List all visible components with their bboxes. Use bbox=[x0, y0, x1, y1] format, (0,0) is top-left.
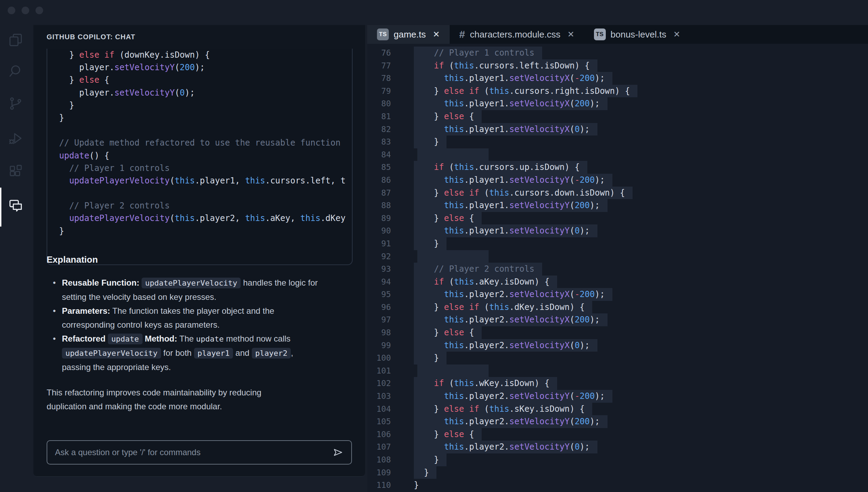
extensions-icon[interactable] bbox=[8, 164, 24, 180]
inserted-line-highlight: if (this.cursors.up.isDown) { bbox=[414, 161, 587, 174]
chat-icon[interactable] bbox=[8, 198, 24, 214]
run-debug-icon[interactable] bbox=[8, 130, 24, 146]
line-number: 109 bbox=[367, 466, 391, 479]
source-control-icon[interactable] bbox=[8, 96, 24, 112]
files-icon[interactable] bbox=[8, 32, 24, 48]
code-token: .cursors.left, t bbox=[265, 176, 345, 186]
code-token: // Player 2 controls bbox=[414, 264, 535, 274]
code-token: this bbox=[444, 175, 464, 185]
code-token: ( bbox=[175, 63, 179, 72]
code-token: this bbox=[489, 188, 509, 198]
tab-bonus-level.ts[interactable]: TSbonus-level.ts✕ bbox=[584, 25, 690, 44]
code-token: .player1. bbox=[464, 99, 509, 108]
tab-label: game.ts bbox=[394, 29, 426, 40]
chat-note: This refactoring improves code maintaina… bbox=[47, 386, 290, 413]
code-token bbox=[414, 277, 434, 287]
line-content: } else { bbox=[414, 212, 482, 225]
code-token: 0 bbox=[574, 124, 579, 134]
tab-close-icon[interactable]: ✕ bbox=[673, 30, 680, 39]
activity-bar bbox=[0, 0, 31, 492]
line-content: } bbox=[414, 237, 447, 250]
code-token: } bbox=[414, 404, 444, 414]
code-line: 92 bbox=[367, 250, 868, 263]
editor-code[interactable]: 76 // Player 1 controls77 if (this.curso… bbox=[367, 44, 868, 492]
code-token: ( bbox=[479, 302, 489, 312]
tab-close-icon[interactable]: ✕ bbox=[433, 30, 440, 39]
code-token: setVelocityY bbox=[114, 63, 175, 72]
code-token: setVelocityY bbox=[509, 226, 570, 236]
code-line: 98 } else { bbox=[367, 326, 868, 339]
code-line: 80 this.player1.setVelocityX(200); bbox=[367, 97, 868, 110]
tab-game.ts[interactable]: TSgame.ts✕ bbox=[367, 25, 450, 44]
code-token bbox=[414, 289, 444, 299]
code-token: ); bbox=[580, 341, 590, 350]
line-content: this.player1.setVelocityX(0); bbox=[414, 123, 597, 136]
code-line: 84 bbox=[367, 148, 868, 161]
code-line: 82 this.player1.setVelocityX(0); bbox=[367, 123, 868, 136]
code-token: .cursors.right.isDown) { bbox=[509, 86, 630, 96]
code-line: 87 } else if (this.cursors.down.isDown) … bbox=[367, 187, 868, 199]
bullet-text: Reusable Function: updatePlayerVelocity … bbox=[62, 276, 324, 304]
code-token: ( bbox=[570, 442, 574, 452]
tab-characters.module.css[interactable]: #characters.module.css✕ bbox=[450, 25, 584, 44]
code-token bbox=[414, 315, 444, 325]
code-token bbox=[414, 61, 434, 71]
inserted-line-highlight: } else { bbox=[414, 326, 482, 339]
code-token: updatePlayerVelocity bbox=[69, 176, 170, 186]
window-zoom-button[interactable] bbox=[35, 7, 43, 14]
chat-code-line: update() { bbox=[47, 149, 352, 162]
line-content: } bbox=[414, 453, 447, 466]
code-token: else bbox=[444, 429, 464, 439]
code-token: ); bbox=[590, 99, 600, 108]
line-number: 94 bbox=[367, 276, 391, 288]
code-token: } bbox=[414, 239, 439, 248]
code-token: else bbox=[444, 213, 464, 223]
code-token: .dKey bbox=[320, 213, 345, 223]
code-token: ); bbox=[580, 442, 590, 452]
tab-label: characters.module.css bbox=[470, 29, 560, 40]
chat-code-line: } bbox=[47, 225, 352, 237]
code-token: setVelocityX bbox=[509, 315, 570, 325]
line-number: 82 bbox=[367, 123, 391, 136]
code-token: // Update method refactored to use the r… bbox=[59, 138, 340, 148]
code-token: setVelocityX bbox=[509, 99, 570, 108]
search-icon[interactable] bbox=[8, 63, 24, 79]
code-token: ( bbox=[479, 86, 489, 96]
send-icon[interactable] bbox=[332, 447, 344, 458]
inserted-line-highlight: } bbox=[414, 237, 447, 250]
line-content: this.player2.setVelocityX(0); bbox=[414, 339, 597, 352]
code-token: ( bbox=[444, 162, 454, 172]
line-content: // Player 2 controls bbox=[414, 263, 542, 276]
bullet-glyph: • bbox=[53, 304, 62, 332]
line-content: } else if (this.sKey.isDown) { bbox=[414, 403, 592, 416]
line-number: 102 bbox=[367, 377, 391, 390]
code-token: this bbox=[175, 176, 195, 186]
chat-code-line: // Player 1 controls bbox=[47, 162, 352, 174]
inserted-line-highlight: // Player 1 controls bbox=[414, 47, 542, 59]
line-number: 103 bbox=[367, 390, 391, 403]
line-content: } else { bbox=[414, 110, 482, 123]
code-token: updatePlayerVelocity bbox=[69, 213, 170, 223]
code-line: 83 } bbox=[367, 136, 868, 148]
code-token: this bbox=[444, 315, 464, 325]
line-content: if (this.cursors.left.isDown) { bbox=[414, 59, 597, 72]
code-token: ( bbox=[479, 404, 489, 414]
inserted-line-highlight: } bbox=[414, 453, 447, 466]
code-token: 200 bbox=[574, 200, 589, 210]
chat-input[interactable]: Ask a question or type '/' for commands bbox=[47, 440, 352, 465]
code-token: if bbox=[434, 61, 444, 71]
tab-close-icon[interactable]: ✕ bbox=[567, 30, 574, 39]
code-token: .player2. bbox=[464, 289, 509, 299]
code-token: ( bbox=[175, 88, 179, 98]
code-token bbox=[59, 176, 69, 186]
bullet-glyph: • bbox=[53, 276, 62, 304]
line-content: } bbox=[414, 466, 436, 479]
inserted-line-highlight: if (this.cursors.left.isDown) { bbox=[414, 59, 597, 72]
inserted-line-highlight: this.player1.setVelocityX(200); bbox=[414, 97, 608, 110]
text-segment: Reusable Function: bbox=[62, 278, 139, 287]
code-token: ( bbox=[570, 417, 574, 426]
code-token: ); bbox=[590, 417, 600, 426]
code-line: 103 this.player2.setVelocityY(-200); bbox=[367, 390, 868, 403]
code-line: 89 } else { bbox=[367, 212, 868, 225]
chat-code-line: } bbox=[47, 99, 352, 112]
